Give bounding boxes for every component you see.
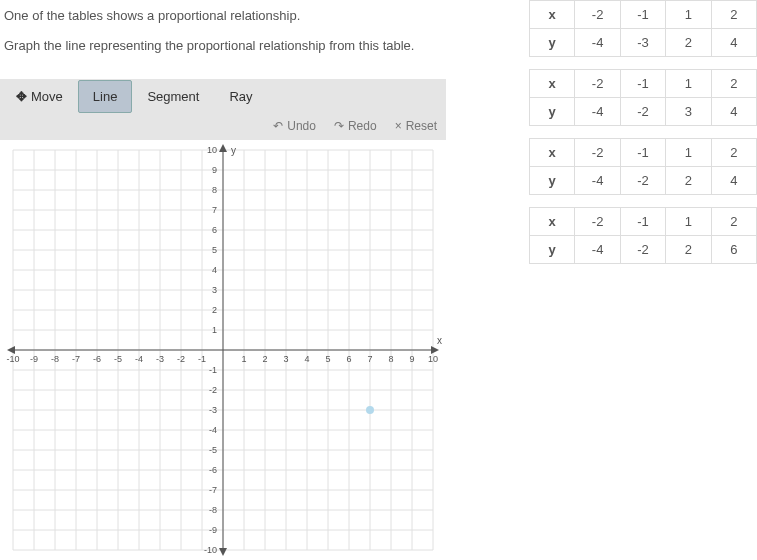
svg-text:5: 5 [325, 354, 330, 364]
data-table-3[interactable]: x-2-112y-4-224 [529, 138, 757, 195]
table-cell: -4 [575, 236, 620, 264]
svg-text:-3: -3 [156, 354, 164, 364]
reset-icon: × [395, 119, 402, 133]
table-cell: 2 [666, 29, 711, 57]
redo-button[interactable]: ↷ Redo [334, 119, 377, 133]
svg-text:-2: -2 [209, 385, 217, 395]
undo-icon: ↶ [273, 119, 283, 133]
table-cell: -2 [620, 98, 665, 126]
reset-button[interactable]: × Reset [395, 119, 437, 133]
instructions: One of the tables shows a proportional r… [0, 0, 460, 71]
row-header-y: y [530, 98, 575, 126]
svg-text:2: 2 [212, 305, 217, 315]
svg-text:8: 8 [388, 354, 393, 364]
table-cell: 2 [711, 70, 756, 98]
table-cell: -1 [620, 208, 665, 236]
table-cell: 1 [666, 1, 711, 29]
row-header-x: x [530, 139, 575, 167]
table-cell: 2 [666, 236, 711, 264]
instruction-line-2: Graph the line representing the proporti… [4, 36, 456, 56]
table-cell: -1 [620, 70, 665, 98]
tables-panel: x-2-112y-4-324x-2-112y-4-234x-2-112y-4-2… [529, 0, 757, 276]
svg-text:-4: -4 [209, 425, 217, 435]
svg-text:-1: -1 [209, 365, 217, 375]
table-cell: -4 [575, 98, 620, 126]
row-header-y: y [530, 29, 575, 57]
table-cell: 2 [666, 167, 711, 195]
svg-text:10: 10 [207, 145, 217, 155]
svg-text:10: 10 [428, 354, 438, 364]
undo-button[interactable]: ↶ Undo [273, 119, 316, 133]
svg-text:9: 9 [212, 165, 217, 175]
svg-text:-6: -6 [93, 354, 101, 364]
svg-text:-9: -9 [209, 525, 217, 535]
table-cell: -2 [575, 1, 620, 29]
table-cell: 4 [711, 98, 756, 126]
svg-text:6: 6 [346, 354, 351, 364]
svg-text:-2: -2 [177, 354, 185, 364]
svg-text:-4: -4 [135, 354, 143, 364]
svg-text:-5: -5 [209, 445, 217, 455]
table-cell: 2 [711, 208, 756, 236]
svg-text:y: y [231, 145, 236, 156]
ray-tool-button[interactable]: Ray [214, 80, 267, 113]
table-cell: 3 [666, 98, 711, 126]
svg-text:-10: -10 [204, 545, 217, 555]
row-header-y: y [530, 167, 575, 195]
data-table-4[interactable]: x-2-112y-4-226 [529, 207, 757, 264]
table-cell: -4 [575, 167, 620, 195]
row-header-x: x [530, 208, 575, 236]
svg-text:-5: -5 [114, 354, 122, 364]
svg-text:-1: -1 [198, 354, 206, 364]
svg-text:-9: -9 [30, 354, 38, 364]
table-cell: 4 [711, 167, 756, 195]
plotted-point[interactable] [366, 406, 374, 414]
svg-text:7: 7 [212, 205, 217, 215]
svg-text:1: 1 [241, 354, 246, 364]
svg-text:4: 4 [212, 265, 217, 275]
svg-text:6: 6 [212, 225, 217, 235]
table-cell: 2 [711, 1, 756, 29]
table-cell: 6 [711, 236, 756, 264]
instruction-line-1: One of the tables shows a proportional r… [4, 6, 456, 26]
table-cell: -1 [620, 139, 665, 167]
data-table-2[interactable]: x-2-112y-4-234 [529, 69, 757, 126]
svg-text:2: 2 [262, 354, 267, 364]
table-cell: -1 [620, 1, 665, 29]
graph-toolbar: Move Line Segment Ray ↶ Undo ↷ Redo × Re… [0, 79, 446, 140]
svg-text:3: 3 [283, 354, 288, 364]
svg-marker-46 [431, 346, 439, 354]
grid-svg: -10-9-8-7-6-5-4-3-2-112345678910-10-9-8-… [0, 140, 446, 560]
data-table-1[interactable]: x-2-112y-4-324 [529, 0, 757, 57]
row-header-x: x [530, 70, 575, 98]
svg-text:-8: -8 [209, 505, 217, 515]
table-cell: -2 [620, 167, 665, 195]
table-cell: -2 [575, 208, 620, 236]
svg-text:1: 1 [212, 325, 217, 335]
move-tool-button[interactable]: Move [1, 80, 78, 113]
table-cell: 1 [666, 70, 711, 98]
svg-text:x: x [437, 335, 442, 346]
table-cell: -4 [575, 29, 620, 57]
svg-marker-45 [219, 548, 227, 556]
segment-tool-button[interactable]: Segment [132, 80, 214, 113]
table-cell: -3 [620, 29, 665, 57]
svg-text:-10: -10 [6, 354, 19, 364]
table-cell: -2 [575, 139, 620, 167]
table-cell: 2 [711, 139, 756, 167]
svg-text:-7: -7 [72, 354, 80, 364]
row-header-y: y [530, 236, 575, 264]
svg-text:3: 3 [212, 285, 217, 295]
svg-text:5: 5 [212, 245, 217, 255]
table-cell: 1 [666, 139, 711, 167]
table-cell: 1 [666, 208, 711, 236]
svg-text:7: 7 [367, 354, 372, 364]
line-tool-button[interactable]: Line [78, 80, 133, 113]
svg-text:4: 4 [304, 354, 309, 364]
svg-text:9: 9 [409, 354, 414, 364]
svg-text:-6: -6 [209, 465, 217, 475]
svg-marker-44 [219, 144, 227, 152]
svg-text:-7: -7 [209, 485, 217, 495]
reset-label: Reset [406, 119, 437, 133]
coordinate-grid[interactable]: -10-9-8-7-6-5-4-3-2-112345678910-10-9-8-… [0, 140, 446, 560]
